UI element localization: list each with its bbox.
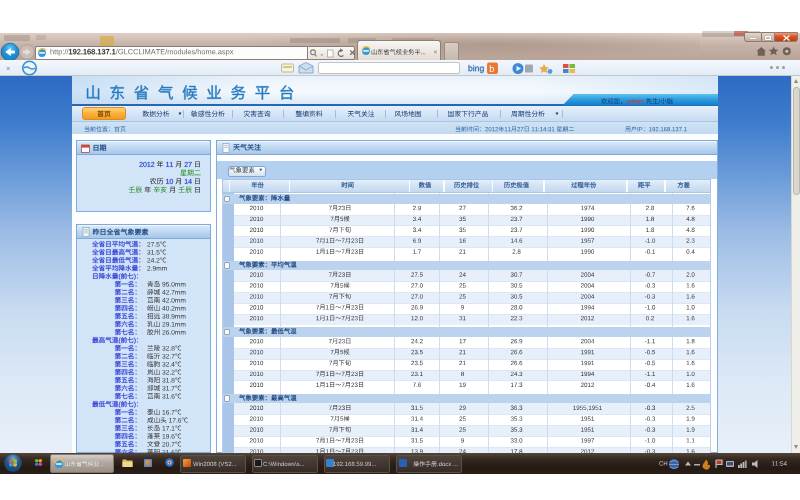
svg-text:b: b: [489, 64, 494, 74]
